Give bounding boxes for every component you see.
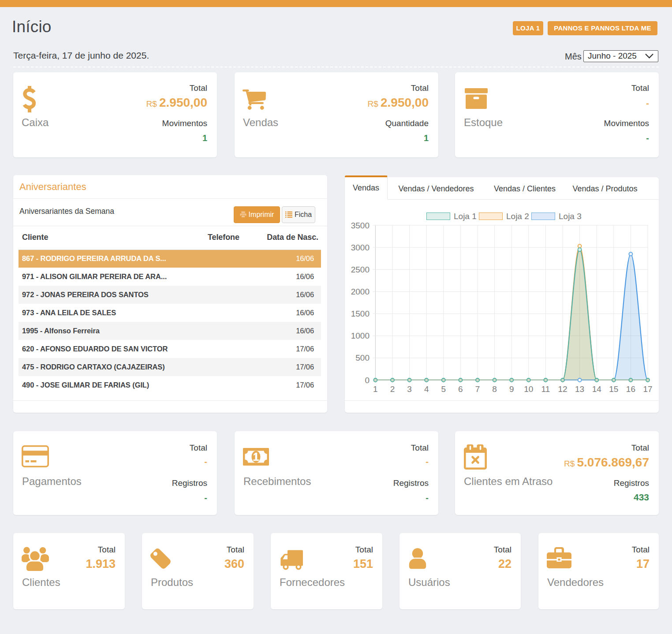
svg-text:12: 12 — [558, 384, 567, 394]
svg-text:2: 2 — [390, 384, 395, 394]
svg-text:3000: 3000 — [351, 243, 370, 252]
svg-text:0: 0 — [365, 376, 370, 385]
svg-text:1500: 1500 — [351, 309, 370, 318]
svg-text:2500: 2500 — [351, 265, 370, 274]
svg-text:500: 500 — [355, 353, 370, 362]
svg-text:4: 4 — [424, 384, 429, 394]
svg-text:8: 8 — [492, 384, 497, 394]
svg-text:2000: 2000 — [351, 287, 370, 296]
svg-text:17: 17 — [643, 384, 652, 394]
svg-text:15: 15 — [609, 384, 618, 394]
svg-text:13: 13 — [575, 384, 584, 394]
svg-text:6: 6 — [458, 384, 463, 394]
svg-text:11: 11 — [541, 384, 550, 394]
svg-text:5: 5 — [441, 384, 446, 394]
svg-text:1000: 1000 — [351, 331, 370, 340]
svg-text:10: 10 — [524, 384, 533, 394]
svg-text:7: 7 — [475, 384, 480, 394]
svg-text:9: 9 — [509, 384, 514, 394]
svg-text:3: 3 — [407, 384, 412, 394]
svg-text:3500: 3500 — [351, 221, 370, 230]
svg-text:16: 16 — [626, 384, 635, 394]
svg-text:14: 14 — [592, 384, 602, 394]
svg-text:1: 1 — [373, 384, 378, 394]
